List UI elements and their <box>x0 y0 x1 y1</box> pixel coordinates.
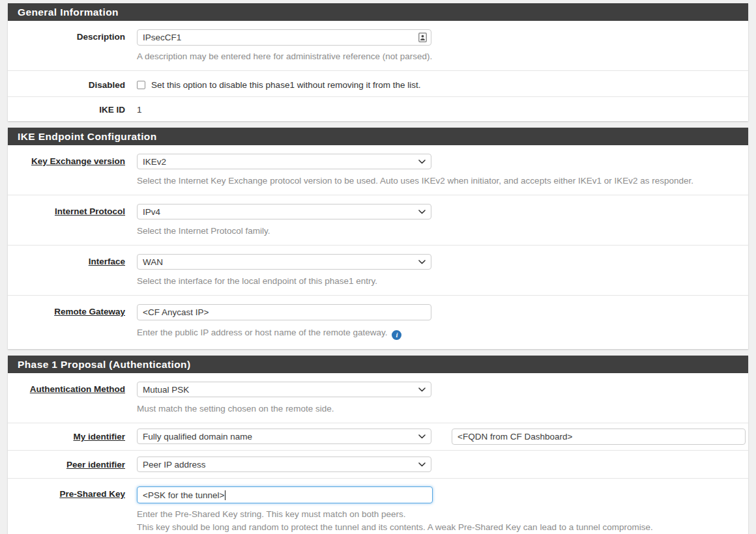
row-pre-shared-key: Pre-Shared Key <PSK for the tunnel> Ente… <box>8 479 748 534</box>
ipsec-phase1-form: General Information Description A descri… <box>0 0 756 534</box>
row-interface: Interface WAN Select the interface for t… <box>8 246 748 296</box>
pre-shared-key-help-line2: This key should be long and random to pr… <box>137 521 746 533</box>
key-exchange-version-label: Key Exchange version <box>31 156 125 166</box>
interface-select[interactable]: WAN <box>137 254 431 270</box>
my-identifier-value-input[interactable] <box>452 429 746 445</box>
disabled-label: Disabled <box>89 80 125 90</box>
peer-identifier-select[interactable]: Peer IP address <box>137 457 431 472</box>
autofill-icon <box>418 33 427 42</box>
ike-id-value: 1 <box>137 104 746 115</box>
panel-general-information: General Information Description A descri… <box>8 3 748 121</box>
ike-id-label: IKE ID <box>99 105 125 115</box>
peer-identifier-label: Peer identifier <box>66 460 125 470</box>
description-label: Description <box>77 32 125 42</box>
interface-help: Select the interface for the local endpo… <box>137 275 746 287</box>
key-exchange-version-help: Select the Internet Key Exchange protoco… <box>137 175 746 187</box>
row-internet-protocol: Internet Protocol IPv4 Select the Intern… <box>8 195 748 246</box>
pre-shared-key-help-line1: Enter the Pre-Shared Key string. This ke… <box>137 508 746 520</box>
disabled-checkbox-line: Set this option to disable this phase1 w… <box>137 79 746 90</box>
internet-protocol-help: Select the Internet Protocol family. <box>137 225 746 237</box>
row-my-identifier: My identifier Fully qualified domain nam… <box>8 423 748 451</box>
section-header-ike-endpoint: IKE Endpoint Configuration <box>8 128 748 145</box>
key-exchange-version-select[interactable]: IKEv2 <box>137 154 431 169</box>
description-input[interactable] <box>137 29 431 46</box>
description-help: A description may be entered here for ad… <box>137 50 746 63</box>
remote-gateway-help-text: Enter the public IP address or host name… <box>137 328 387 337</box>
remote-gateway-help: Enter the public IP address or host name… <box>137 326 746 340</box>
section-header-general: General Information <box>8 3 748 21</box>
row-disabled: Disabled Set this option to disable this… <box>8 71 748 97</box>
disabled-checkbox[interactable] <box>137 81 145 89</box>
section-header-phase1-proposal: Phase 1 Proposal (Authentication) <box>8 356 748 373</box>
my-identifier-label: My identifier <box>73 432 125 442</box>
row-ike-id: IKE ID 1 <box>8 97 748 121</box>
remote-gateway-input[interactable] <box>137 304 431 320</box>
row-authentication-method: Authentication Method Mutual PSK Must ma… <box>8 373 748 423</box>
pre-shared-key-label: Pre-Shared Key <box>59 489 125 499</box>
pre-shared-key-value: <PSK for the tunnel> <box>143 490 224 500</box>
info-circle-icon[interactable]: i <box>392 330 401 340</box>
panel-phase1-proposal-authentication: Phase 1 Proposal (Authentication) Authen… <box>8 356 748 534</box>
row-remote-gateway: Remote Gateway Enter the public IP addre… <box>8 296 748 349</box>
interface-label: Interface <box>89 257 125 266</box>
disabled-checkbox-text: Set this option to disable this phase1 w… <box>151 80 420 90</box>
authentication-method-label: Authentication Method <box>30 384 125 394</box>
my-identifier-select[interactable]: Fully qualified domain name <box>137 429 431 444</box>
row-peer-identifier: Peer identifier Peer IP address <box>8 451 748 479</box>
row-key-exchange-version: Key Exchange version IKEv2 Select the In… <box>8 145 748 195</box>
authentication-method-select[interactable]: Mutual PSK <box>137 382 431 397</box>
text-caret <box>225 490 225 500</box>
remote-gateway-label: Remote Gateway <box>54 307 125 316</box>
internet-protocol-label: Internet Protocol <box>55 206 125 216</box>
row-description: Description A description may be entered… <box>8 21 748 71</box>
authentication-method-help: Must match the setting chosen on the rem… <box>137 402 746 415</box>
internet-protocol-select[interactable]: IPv4 <box>137 204 431 219</box>
pre-shared-key-input[interactable]: <PSK for the tunnel> <box>137 486 433 503</box>
panel-ike-endpoint-configuration: IKE Endpoint Configuration Key Exchange … <box>8 128 748 349</box>
